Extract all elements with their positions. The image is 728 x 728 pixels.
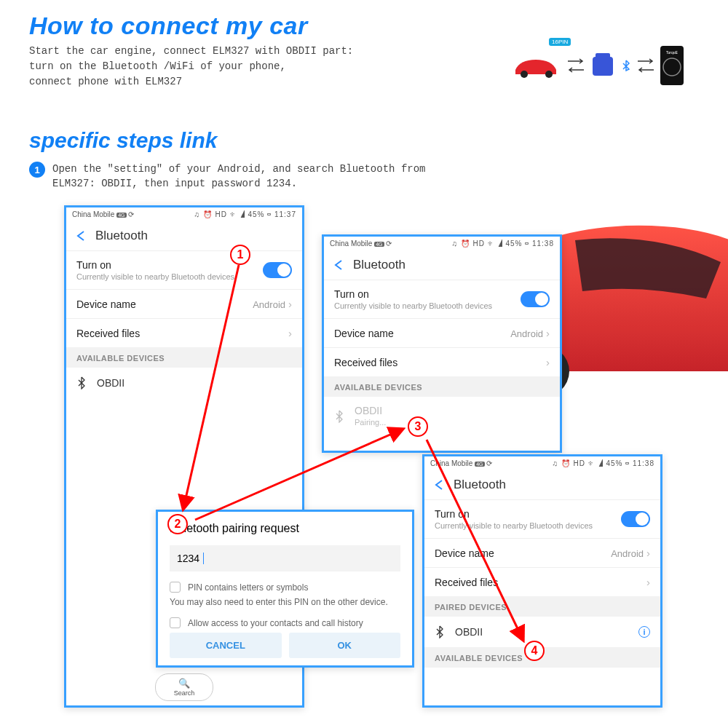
bluetooth-header: Bluetooth [66, 221, 302, 250]
pin-input[interactable]: 1234 [170, 545, 400, 571]
svg-rect-3 [596, 53, 610, 59]
chevron-right-icon: › [646, 547, 650, 559]
bluetooth-icon [334, 410, 344, 423]
intro-text: Start the car engine, connect ELM327 wit… [29, 44, 437, 90]
device-obdii[interactable]: OBDII [66, 368, 302, 398]
received-files-row[interactable]: Received files › [66, 318, 302, 347]
phone-screenshot-2: China Mobile 4G ⟳ ♫ ⏰ HD ᯤ ◢ 45% ▭ 11:38… [322, 234, 562, 453]
svg-point-1 [545, 71, 553, 78]
back-icon[interactable] [333, 259, 344, 271]
obd-adapter-icon [590, 51, 616, 80]
chevron-right-icon: › [546, 356, 550, 368]
step-marker-1: 1 [230, 245, 250, 265]
step-badge: 1 [29, 162, 45, 178]
main-title: How to connect my car [29, 12, 308, 40]
bluetooth-header: Bluetooth [324, 250, 560, 280]
pairing-dialog: Bluetooth pairing request 1234 PIN conta… [156, 510, 414, 668]
bluetooth-header: Bluetooth [424, 470, 660, 499]
step-text: Open the "setting" of your Android, and … [52, 162, 446, 191]
bluetooth-toggle[interactable] [621, 511, 650, 527]
search-icon: 🔍 [156, 678, 213, 689]
info-icon[interactable]: i [638, 626, 650, 638]
bluetooth-toggle[interactable] [521, 291, 550, 307]
step-1: 1 Open the "setting" of your Android, an… [29, 162, 446, 191]
phone-screenshot-3: China Mobile 4G ⟳ ♫ ⏰ HD ᯤ ◢ 45% ▭ 11:38… [422, 454, 662, 708]
step-marker-2: 2 [167, 514, 188, 534]
cancel-button[interactable]: CANCEL [170, 633, 282, 658]
available-devices-section: AVAILABLE DEVICES [324, 376, 560, 397]
turn-on-row[interactable]: Turn onCurrently visible to nearby Bluet… [324, 280, 560, 318]
chevron-right-icon: › [288, 298, 292, 310]
checkbox-icon [170, 617, 181, 628]
dialog-note: You may also need to enter this PIN on t… [170, 597, 400, 607]
back-icon[interactable] [75, 230, 87, 242]
chevron-right-icon: › [646, 576, 650, 588]
paired-devices-section: PAIRED DEVICES [424, 596, 660, 617]
turn-on-row[interactable]: Turn onCurrently visible to nearby Bluet… [66, 250, 302, 289]
car-icon [510, 52, 562, 79]
device-obdii-pairing[interactable]: OBDIIPairing... [324, 397, 560, 437]
received-files-row[interactable]: Received files › [424, 567, 660, 596]
checkbox-icon [170, 582, 181, 593]
back-icon[interactable] [433, 479, 445, 491]
svg-rect-2 [593, 57, 613, 76]
sub-title: specific steps link [29, 128, 217, 153]
ok-button[interactable]: OK [289, 633, 401, 658]
status-bar: China Mobile 4G ⟳ ♫ ⏰ HD ᯤ ◢ 45% ▭ 11:37 [66, 207, 302, 221]
contacts-access-checkbox[interactable]: Allow access to your contacts and call h… [170, 617, 400, 628]
bluetooth-icon [435, 625, 445, 638]
bluetooth-icon [76, 376, 87, 389]
phone-torque-icon: TorquE [660, 45, 684, 86]
chevron-right-icon: › [546, 327, 550, 339]
chevron-right-icon: › [288, 327, 292, 339]
status-bar: China Mobile 4G ⟳ ♫ ⏰ HD ᯤ ◢ 45% ▭ 11:38 [424, 456, 660, 470]
double-arrow-icon [636, 58, 655, 73]
status-bar: China Mobile 4G ⟳ ♫ ⏰ HD ᯤ ◢ 45% ▭ 11:38 [324, 237, 560, 250]
received-files-row[interactable]: Received files › [324, 347, 560, 376]
device-name-row[interactable]: Device name Android› [324, 318, 560, 347]
connection-diagram: 16PIN TorquE [510, 45, 684, 86]
step-marker-4: 4 [524, 641, 545, 661]
device-name-row[interactable]: Device name Android› [424, 538, 660, 567]
step-marker-3: 3 [408, 416, 428, 437]
turn-on-row[interactable]: Turn onCurrently visible to nearby Bluet… [424, 499, 660, 538]
bluetooth-icon [620, 60, 632, 71]
available-devices-section: AVAILABLE DEVICES [66, 347, 302, 368]
pin-letters-checkbox[interactable]: PIN contains letters or symbols [170, 582, 400, 593]
svg-text:TorquE: TorquE [666, 50, 678, 55]
bluetooth-toggle[interactable] [263, 262, 292, 278]
device-obdii-paired[interactable]: OBDII i [424, 617, 660, 647]
svg-point-0 [521, 71, 528, 78]
device-name-row[interactable]: Device name Android› [66, 289, 302, 318]
diagram-pin-label: 16PIN [549, 38, 571, 46]
dialog-title: Bluetooth pairing request [170, 522, 400, 535]
double-arrow-icon [566, 58, 585, 73]
search-button[interactable]: 🔍 Search [155, 673, 213, 701]
